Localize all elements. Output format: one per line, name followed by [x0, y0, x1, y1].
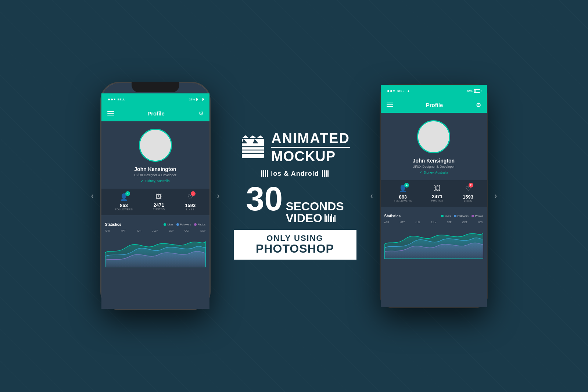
samsung-screen: BELL ▲ 22%	[381, 85, 487, 307]
menu-bar-1	[107, 111, 114, 112]
sam-legend-dot-likes	[441, 215, 444, 217]
samsung-status-bar: BELL ▲ 22%	[381, 85, 487, 97]
samsung-left-arrow[interactable]: ‹	[370, 191, 373, 201]
sam-photos-icon: 🖼	[434, 185, 441, 192]
sam-chart-svg	[384, 226, 483, 259]
sam-month-jun: JUN	[415, 221, 420, 224]
samsung-right-arrow[interactable]: ›	[494, 191, 497, 201]
iphone-profile-name: John Kensington	[134, 166, 176, 172]
samsung-stats-row: 4 👤 863 FOLLOWERS 🖼 2471 PHOTOS	[381, 180, 487, 207]
pipe-8	[327, 170, 329, 177]
sam-avatar-placeholder	[418, 121, 449, 152]
ios-android-row: ios & Android	[261, 170, 328, 178]
sam-location-text: Sidney, Australia	[424, 171, 448, 174]
location-check-icon: ✓	[141, 179, 144, 183]
video-row: VIDEO	[286, 212, 336, 224]
chart-title: Statistics	[105, 222, 121, 227]
legend-followers: Followers	[176, 223, 191, 226]
menu-icon[interactable]	[107, 111, 114, 115]
sam-month-may: MAY	[400, 221, 405, 224]
month-may: MAY	[121, 229, 126, 232]
iphone-notch	[132, 82, 179, 92]
pipe-3	[265, 170, 266, 177]
month-jul: JULY	[152, 229, 158, 232]
sam-menu-icon[interactable]	[387, 103, 393, 107]
chart-header: Statistics Likes Followers	[105, 222, 206, 227]
pipe-group-right	[322, 170, 329, 177]
month-nov: NOV	[200, 229, 205, 232]
iphone-left-arrow[interactable]: ‹	[91, 191, 94, 201]
legend-photos: Photos	[194, 223, 206, 226]
logo-text-block: ANIMATED MockUp	[271, 131, 350, 163]
sam-legend-likes: Likes	[441, 215, 451, 217]
ios-android-text: ios & Android	[271, 170, 319, 178]
iphone-right-arrow[interactable]: ›	[217, 191, 219, 201]
photos-count: 2471	[154, 202, 164, 208]
vbar-4	[330, 216, 331, 222]
svg-marker-6	[249, 135, 257, 138]
sam-likes-label: LIKES	[464, 200, 472, 202]
sam-legend-photos-label: Photos	[475, 215, 483, 217]
sam-dot-1	[387, 90, 389, 92]
sam-likes-count: 1593	[463, 194, 473, 200]
mockup-text: MockUp	[271, 149, 350, 163]
pipe-6	[324, 170, 325, 177]
samsung-frame: BELL ▲ 22%	[380, 84, 488, 308]
iphone-profile-content: John Kensington UI/UX Designer & Develop…	[101, 121, 209, 309]
location-text: Sidney, Australia	[145, 179, 169, 183]
samsung-profile-name: John Kensington	[413, 158, 455, 164]
divider-line	[271, 147, 350, 148]
iphone-stats-row: 4 👤 863 FOLLOWERS 🖼 2471 P	[101, 189, 209, 215]
iphone-wrapper: ‹ BELL 22%	[100, 82, 211, 310]
iphone-app-header: Profile ⚙	[101, 105, 209, 121]
samsung-chart-area	[384, 226, 483, 259]
vbar-6	[333, 217, 334, 222]
legend-likes: Likes	[164, 223, 173, 226]
svg-marker-5	[242, 135, 249, 138]
page-wrapper: ‹ BELL 22%	[0, 0, 588, 392]
samsung-profile-content: John Kensington UI/UX Designer & Develop…	[381, 113, 487, 307]
settings-icon-samsung[interactable]: ⚙	[476, 101, 481, 108]
sam-month-sep: SEP	[447, 221, 452, 224]
sam-followers-label: FOLLOWERS	[394, 200, 412, 202]
sam-likes-badge: 7	[469, 183, 473, 188]
seconds-text: SECONDS	[286, 200, 344, 212]
photos-icon-wrap: 🖼	[155, 193, 162, 201]
legend-photos-label: Photos	[198, 223, 206, 226]
sam-legend-followers: Followers	[454, 215, 469, 217]
iphone-chart-area	[105, 234, 206, 267]
sam-photos-label: PHOTOS	[431, 199, 443, 202]
sam-menu-bar-1	[387, 103, 393, 103]
sam-battery-fill	[474, 90, 476, 92]
likes-badge: 7	[191, 191, 196, 196]
avatar-placeholder	[140, 130, 171, 161]
video-bars	[325, 214, 336, 222]
svg-marker-7	[257, 135, 264, 138]
samsung-header-title: Profile	[426, 102, 443, 108]
settings-icon-iphone[interactable]: ⚙	[198, 110, 204, 117]
photos-icon: 🖼	[155, 193, 162, 200]
dot-3	[114, 99, 115, 100]
battery-section: 22%	[189, 98, 202, 101]
sam-photos-count: 2471	[432, 194, 442, 199]
sam-followers-icon-wrap: 4 👤	[399, 185, 407, 193]
iphone-header-title: Profile	[141, 105, 171, 121]
sam-battery-percent: 22%	[466, 89, 472, 93]
iphone-avatar	[139, 129, 172, 162]
samsung-signal-dots: BELL ▲	[387, 89, 410, 93]
chart-months: APR MAY JUN JULY SEP OCT NOV	[105, 229, 206, 232]
pipe-7	[326, 170, 327, 177]
iphone-status-bar: BELL 22%	[101, 93, 209, 105]
seconds-row: 30 SECONDS VIDEO	[246, 182, 344, 224]
pipe-4	[267, 170, 268, 177]
vbar-7	[334, 215, 336, 222]
iphone-profile-role: UI/UX Designer & Developer	[134, 173, 176, 177]
samsung-profile-role: UI/UX Designer & Developer	[413, 165, 455, 168]
sam-month-apr: APR	[384, 221, 389, 224]
followers-label: FOLLOWERS	[115, 208, 133, 211]
samsung-app-header: Profile ⚙	[381, 97, 487, 113]
vbar-1	[325, 214, 326, 222]
sam-legend-dot-photos	[472, 215, 474, 217]
sam-legend-likes-label: Likes	[445, 215, 451, 217]
photos-label: PHOTOS	[153, 208, 165, 210]
